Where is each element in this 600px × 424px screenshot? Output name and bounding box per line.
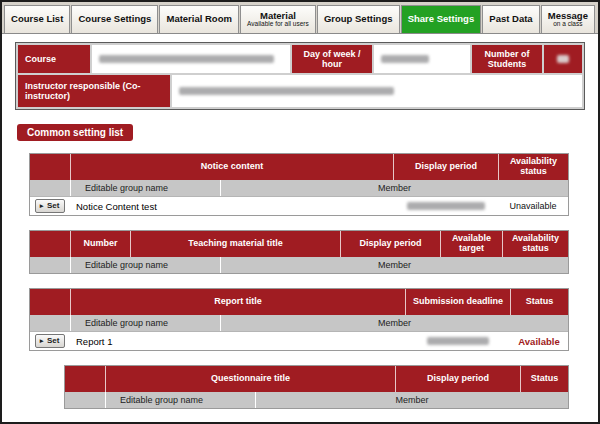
tab-share-settings[interactable]: Share Settings (401, 5, 482, 33)
notice-display-period-value (393, 202, 498, 210)
tab-label: Material Room (164, 14, 234, 24)
report-status-header: Status (510, 289, 568, 315)
notice-display-period-redacted (407, 202, 485, 210)
material-table-header: Number Teaching material title Display p… (30, 231, 568, 257)
share-settings-page: Course List Course Settings Material Roo… (0, 0, 600, 424)
tab-label: Course List (9, 14, 65, 24)
material-availability-header: Availability status (502, 231, 568, 257)
tab-past-data[interactable]: Past Data (482, 5, 539, 33)
editable-group-name-label: Editable group name (70, 180, 220, 196)
course-label: Course (18, 45, 90, 73)
editable-group-name-label: Editable group name (105, 392, 255, 408)
notice-status: Unavailable (498, 201, 568, 211)
number-of-students-value (544, 45, 582, 73)
tab-course-list[interactable]: Course List (4, 5, 70, 33)
report-table: Report title Submission deadline Status … (29, 288, 569, 351)
notice-content-header: Notice content (70, 154, 393, 180)
questionnaire-header-spacer (65, 378, 105, 380)
material-target-header: Available target (440, 231, 502, 257)
editable-group-name-label: Editable group name (70, 257, 220, 273)
questionnaire-table: Questionnaire title Display period Statu… (64, 365, 569, 409)
tab-material-room[interactable]: Material Room (159, 5, 239, 33)
course-info-row-1: Course Day of week / hour Number of Stud… (18, 45, 582, 73)
tab-bar: Course List Course Settings Material Roo… (2, 2, 598, 34)
instructor-value (172, 75, 582, 107)
material-title-header: Teaching material title (130, 231, 340, 257)
notice-display-period-header: Display period (393, 154, 498, 180)
tab-label: Course Settings (76, 14, 153, 24)
questionnaire-status-header: Status (520, 366, 568, 392)
report-set-cell: ► Set (30, 334, 70, 348)
report-deadline-value (405, 337, 510, 345)
notice-table-header: Notice content Display period Availabili… (30, 154, 568, 180)
day-of-week-redacted (381, 55, 429, 63)
number-of-students-redacted (557, 55, 569, 63)
report-table-header: Report title Submission deadline Status (30, 289, 568, 315)
member-label: Member (220, 180, 568, 196)
set-arrow-icon: ► (39, 202, 45, 210)
questionnaire-title-header: Questionnaire title (105, 366, 395, 392)
set-button-label: Set (47, 336, 59, 346)
report-status: Available (510, 336, 568, 347)
questionnaire-table-header: Questionnaire title Display period Statu… (65, 366, 568, 392)
notice-table: Notice content Display period Availabili… (29, 153, 569, 216)
report-title-header: Report title (70, 289, 405, 315)
report-subheader-row: Editable group name Member (30, 315, 568, 331)
notice-title: Notice Content test (70, 201, 393, 212)
report-deadline-header: Submission deadline (405, 289, 510, 315)
material-number-header: Number (70, 231, 130, 257)
tab-material-all-users[interactable]: Material Available for all users (240, 5, 316, 33)
report-header-spacer (30, 301, 70, 303)
instructor-label: Instructor responsible (Co-instructor) (18, 75, 170, 107)
member-label: Member (255, 392, 568, 408)
tab-course-settings[interactable]: Course Settings (71, 5, 158, 33)
report-set-button[interactable]: ► Set (35, 334, 66, 348)
notice-set-button[interactable]: ► Set (35, 199, 66, 213)
course-value (92, 45, 290, 73)
set-arrow-icon: ► (39, 337, 45, 345)
tab-label: Past Data (487, 14, 534, 24)
tab-sublabel: on a class (546, 21, 590, 28)
material-header-spacer (30, 243, 70, 245)
day-of-week-value (374, 45, 470, 73)
member-label: Member (220, 257, 568, 273)
notice-subheader-row: Editable group name Member (30, 180, 568, 196)
report-title: Report 1 (70, 336, 405, 347)
tab-message-on-class[interactable]: Message on a class (541, 5, 595, 33)
material-display-period-header: Display period (340, 231, 440, 257)
instructor-value-redacted (179, 87, 394, 95)
teaching-material-table: Number Teaching material title Display p… (29, 230, 569, 274)
day-of-week-label: Day of week / hour (292, 45, 372, 73)
tab-sublabel: Available for all users (245, 21, 311, 28)
report-deadline-redacted (427, 337, 489, 345)
questionnaire-subheader-row: Editable group name Member (65, 392, 568, 408)
tab-label: Group Settings (322, 14, 395, 24)
member-label: Member (220, 315, 568, 331)
questionnaire-display-period-header: Display period (395, 366, 520, 392)
notice-availability-header: Availability status (498, 154, 568, 180)
set-button-label: Set (47, 201, 59, 211)
course-info-box: Course Day of week / hour Number of Stud… (15, 42, 585, 110)
notice-header-spacer (30, 166, 70, 168)
common-setting-list-button[interactable]: Common setting list (17, 124, 133, 141)
tab-group-settings[interactable]: Group Settings (317, 5, 400, 33)
material-subheader-row: Editable group name Member (30, 257, 568, 273)
number-of-students-label: Number of Students (472, 45, 542, 73)
main-content: Course Day of week / hour Number of Stud… (2, 34, 598, 409)
editable-group-name-label: Editable group name (70, 315, 220, 331)
notice-row: ► Set Notice Content test Unavailable (30, 196, 568, 215)
report-row: ► Set Report 1 Available (30, 331, 568, 350)
course-info-row-2: Instructor responsible (Co-instructor) (18, 75, 582, 107)
tab-label: Share Settings (406, 14, 477, 24)
notice-set-cell: ► Set (30, 199, 70, 213)
course-value-redacted (99, 55, 274, 63)
